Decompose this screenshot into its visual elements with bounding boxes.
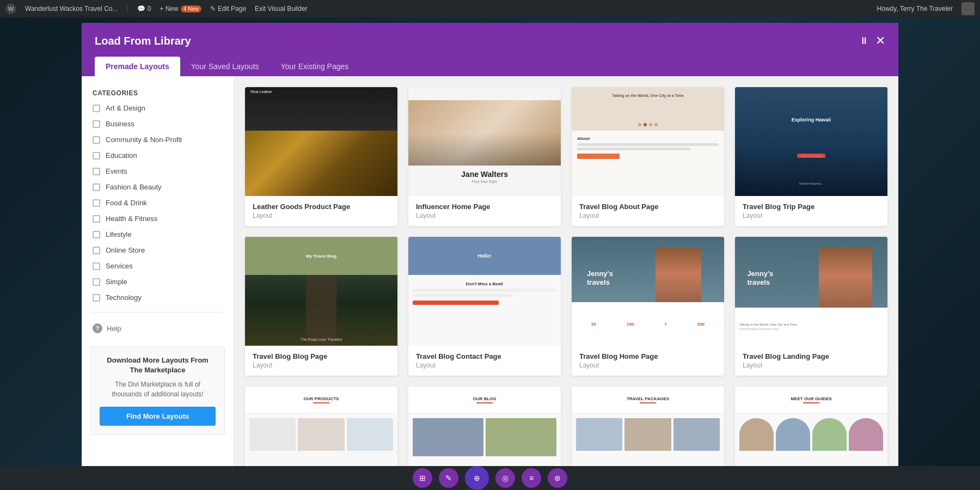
toolbar-menu-button[interactable]: ≡ xyxy=(522,468,541,488)
category-checkbox xyxy=(93,105,100,112)
layout-type: Layout xyxy=(253,362,390,369)
category-label: Art & Design xyxy=(106,104,145,112)
edit-page-button[interactable]: ✎ Edit Page xyxy=(210,5,246,13)
category-label: Community & Non-Profit xyxy=(106,136,182,144)
layout-name: Travel Blog Home Page xyxy=(579,352,716,360)
user-avatar xyxy=(961,2,975,15)
layout-thumbnail: Hello! Don't Miss a Beat! xyxy=(408,237,561,346)
modal-close-button[interactable]: ✕ xyxy=(875,34,885,48)
layout-thumbnail: Jane Walters Find Your Style xyxy=(408,87,561,196)
layout-name: Travel Blog Contact Page xyxy=(416,352,553,360)
sidebar-divider xyxy=(93,312,223,313)
modal-tabs: Premade Layouts Your Saved Layouts Your … xyxy=(95,57,885,76)
stat-item: 50 xyxy=(591,322,596,327)
category-fashion-beauty[interactable]: Fashion & Beauty xyxy=(82,179,234,195)
marketplace-promo-box: Download More Layouts From The Marketpla… xyxy=(90,346,225,435)
categories-heading: Categories xyxy=(82,85,234,100)
category-label: Business xyxy=(106,120,134,128)
modal-header: Load From Library ⏸ ✕ Premade Layouts Yo… xyxy=(82,23,898,76)
category-label: Health & Fitness xyxy=(106,215,157,223)
category-lifestyle[interactable]: Lifestyle xyxy=(82,226,234,242)
category-technology[interactable]: Technology xyxy=(82,290,234,305)
layout-card-travel-blog-contact[interactable]: Hello! Don't Miss a Beat! xyxy=(408,237,561,376)
category-education[interactable]: Education xyxy=(82,148,234,163)
layout-thumbnail: Jenny'stravels Taking on the World, One … xyxy=(735,237,887,346)
category-label: Education xyxy=(106,151,137,160)
layout-thumbnail: Jenny'stravels 50 150 xyxy=(572,237,724,346)
promo-title: Download More Layouts From The Marketpla… xyxy=(100,356,216,375)
layout-type: Layout xyxy=(579,212,716,219)
layout-name: Travel Blog Trip Page xyxy=(743,203,880,211)
find-more-layouts-button[interactable]: Find More Layouts xyxy=(100,407,216,426)
category-events[interactable]: Events xyxy=(82,163,234,179)
toolbar-settings-button[interactable]: ◎ xyxy=(495,468,515,488)
new-button[interactable]: + New 4 New xyxy=(160,5,201,13)
modal-title: Load From Library xyxy=(95,35,191,47)
layout-type: Layout xyxy=(743,212,880,219)
category-health-fitness[interactable]: Health & Fitness xyxy=(82,211,234,226)
layout-thumbnail: My Travel Blog The Road Less Traveled xyxy=(245,237,397,346)
stat-item: 200 xyxy=(697,322,705,327)
category-business[interactable]: Business xyxy=(82,116,234,132)
category-art-design[interactable]: Art & Design xyxy=(82,100,234,116)
layout-name: Influencer Home Page xyxy=(416,203,553,211)
layout-name: Travel Blog Landing Page xyxy=(743,352,880,360)
modal-overlay: Load From Library ⏸ ✕ Premade Layouts Yo… xyxy=(0,17,980,490)
exit-builder-button[interactable]: Exit Visual Builder xyxy=(255,5,308,13)
layouts-content-area: Real Leather Leather Goods Product Page … xyxy=(234,76,898,490)
category-online-store[interactable]: Online Store xyxy=(82,242,234,258)
help-link[interactable]: ? Help xyxy=(82,319,234,338)
layout-type: Layout xyxy=(416,212,553,219)
layout-type: Layout xyxy=(253,212,390,219)
category-food-drink[interactable]: Food & Drink xyxy=(82,195,234,211)
category-label: Events xyxy=(106,167,127,175)
category-label: Online Store xyxy=(106,246,145,254)
tab-existing-pages[interactable]: Your Existing Pages xyxy=(270,57,360,76)
help-label: Help xyxy=(107,324,121,333)
wp-logo-icon: W xyxy=(5,3,16,14)
toolbar-edit-button[interactable]: ✎ xyxy=(439,468,458,488)
comment-count[interactable]: 💬 0 xyxy=(137,5,151,13)
page-background: Load From Library ⏸ ✕ Premade Layouts Yo… xyxy=(0,17,980,490)
category-label: Services xyxy=(106,262,133,270)
modal-pause-button[interactable]: ⏸ xyxy=(859,35,869,47)
layout-grid: Real Leather Leather Goods Product Page … xyxy=(245,87,887,490)
layout-card-travel-blog-home[interactable]: Jenny'stravels 50 150 xyxy=(572,237,724,376)
layout-thumbnail: Taking on the World, One City at a Time xyxy=(572,87,724,196)
howdy-text: Howdy, Terry The Traveler xyxy=(877,5,953,13)
category-label: Lifestyle xyxy=(106,230,132,238)
layout-card-travel-blog-blog[interactable]: My Travel Blog The Road Less Traveled Tr… xyxy=(245,237,397,376)
layout-card-travel-blog-landing[interactable]: Jenny'stravels Taking on the World, One … xyxy=(735,237,887,376)
new-badge: 4 New xyxy=(181,5,201,13)
category-label: Technology xyxy=(106,293,142,302)
tab-premade-layouts[interactable]: Premade Layouts xyxy=(95,57,180,76)
toolbar-add-button[interactable]: ⊕ xyxy=(465,466,489,490)
category-community[interactable]: Community & Non-Profit xyxy=(82,132,234,148)
layout-type: Layout xyxy=(416,362,553,369)
help-icon: ? xyxy=(93,323,102,333)
site-name: Wanderlust Wackos Travel Co... xyxy=(25,5,118,13)
modal-header-actions: ⏸ ✕ xyxy=(859,34,885,48)
layout-card-influencer-home[interactable]: Jane Walters Find Your Style Influencer … xyxy=(408,87,561,226)
toolbar-extra-button[interactable]: ⊛ xyxy=(548,468,567,488)
layout-name: Travel Blog Blog Page xyxy=(253,352,390,360)
layout-name: Travel Blog About Page xyxy=(579,203,716,211)
toolbar-grid-button[interactable]: ⊞ xyxy=(413,468,432,488)
layout-thumbnail: Real Leather xyxy=(245,87,397,196)
load-from-library-modal: Load From Library ⏸ ✕ Premade Layouts Yo… xyxy=(82,23,898,490)
layout-card-travel-blog-about[interactable]: Taking on the World, One City at a Time xyxy=(572,87,724,226)
category-label: Simple xyxy=(106,278,127,286)
layout-name: Leather Goods Product Page xyxy=(253,203,390,211)
tab-saved-layouts[interactable]: Your Saved Layouts xyxy=(180,57,270,76)
sidebar: Categories Art & Design Business Communi… xyxy=(82,76,234,490)
admin-bar: W Wanderlust Wackos Travel Co... | 💬 0 +… xyxy=(0,0,980,17)
layout-card-leather-goods[interactable]: Real Leather Leather Goods Product Page … xyxy=(245,87,397,226)
layout-thumbnail: Exploring Hawaii Island Hopping Island H… xyxy=(735,87,887,196)
category-simple[interactable]: Simple xyxy=(82,274,234,290)
stat-item: 7 xyxy=(664,322,666,327)
category-label: Fashion & Beauty xyxy=(106,183,162,191)
bottom-toolbar: ⊞ ✎ ⊕ ◎ ≡ ⊛ xyxy=(0,466,980,490)
layout-card-travel-blog-trip[interactable]: Exploring Hawaii Island Hopping Island H… xyxy=(735,87,887,226)
category-services[interactable]: Services xyxy=(82,258,234,274)
layout-type: Layout xyxy=(579,362,716,369)
